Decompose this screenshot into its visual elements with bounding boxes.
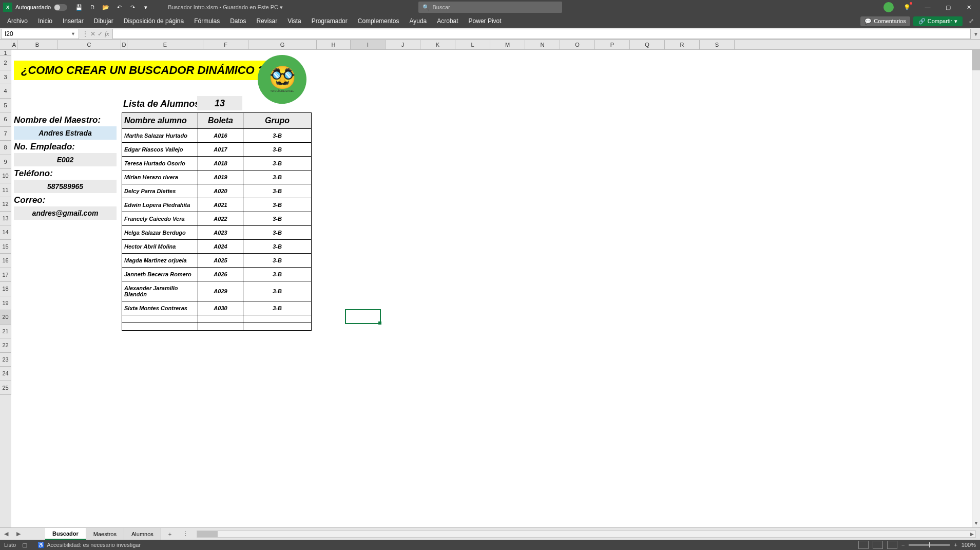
row-header-22[interactable]: 22 bbox=[0, 338, 11, 353]
cell-boleta[interactable] bbox=[198, 315, 243, 323]
cell-boleta[interactable]: A023 bbox=[198, 226, 243, 240]
fx-icon[interactable]: fx bbox=[105, 30, 109, 38]
user-avatar[interactable] bbox=[883, 2, 894, 12]
view-break-button[interactable] bbox=[887, 541, 897, 549]
cell-boleta[interactable]: A020 bbox=[198, 184, 243, 198]
cell-boleta[interactable]: A016 bbox=[198, 129, 243, 143]
cell-nombre[interactable]: Delcy Parra Diettes bbox=[122, 184, 198, 198]
col-header-B[interactable]: B bbox=[17, 40, 57, 49]
cell-nombre[interactable]: Hector Abril Molina bbox=[122, 240, 198, 254]
row-header-21[interactable]: 21 bbox=[0, 325, 11, 339]
col-header-M[interactable]: M bbox=[490, 40, 525, 49]
tab-options-icon[interactable]: ⋮ bbox=[179, 530, 193, 537]
row-header-1[interactable]: 1 bbox=[0, 50, 11, 56]
col-header-O[interactable]: O bbox=[560, 40, 595, 49]
maximize-button[interactable]: ▢ bbox=[941, 0, 955, 14]
cell-nombre[interactable]: Sixta Montes Contreras bbox=[122, 301, 198, 315]
col-header-P[interactable]: P bbox=[595, 40, 630, 49]
cell-nombre[interactable]: Alexander Jaramillo Blandón bbox=[122, 281, 198, 301]
sheet-tab-buscador[interactable]: Buscador bbox=[45, 528, 86, 540]
cell-boleta[interactable]: A019 bbox=[198, 170, 243, 184]
close-button[interactable]: ✕ bbox=[962, 0, 976, 14]
col-header-C[interactable]: C bbox=[57, 40, 121, 49]
row-header-16[interactable]: 16 bbox=[0, 254, 11, 268]
col-header-G[interactable]: G bbox=[248, 40, 317, 49]
row-header-5[interactable]: 5 bbox=[0, 99, 11, 113]
ribbon-tab-complementos[interactable]: Complementos bbox=[353, 14, 405, 28]
cell-nombre[interactable] bbox=[122, 323, 198, 331]
cell-grupo[interactable]: 3-B bbox=[243, 281, 312, 301]
scroll-thumb-v[interactable] bbox=[972, 50, 980, 70]
ribbon-tab-dibujar[interactable]: Dibujar bbox=[89, 14, 119, 28]
sheet-tab-alumnos[interactable]: Alumnos bbox=[124, 528, 161, 540]
row-header-20[interactable]: 20 bbox=[0, 310, 11, 325]
ribbon-tab-datos[interactable]: Datos bbox=[225, 14, 251, 28]
chevron-down-icon[interactable]: ▾ bbox=[280, 4, 283, 10]
cell-boleta[interactable]: A024 bbox=[198, 240, 243, 254]
col-header-F[interactable]: F bbox=[203, 40, 248, 49]
row-header-25[interactable]: 25 bbox=[0, 381, 11, 395]
cell-nombre[interactable]: Helga Salazar Berdugo bbox=[122, 226, 198, 240]
cell-boleta[interactable]: A026 bbox=[198, 268, 243, 281]
row-header-2[interactable]: 2 bbox=[0, 56, 11, 70]
expand-formula-icon[interactable]: ▼ bbox=[972, 31, 980, 37]
row-header-17[interactable]: 17 bbox=[0, 268, 11, 282]
qat-dropdown-icon[interactable]: ▾ bbox=[142, 3, 150, 11]
ideas-icon[interactable]: 💡 bbox=[900, 0, 914, 14]
accessibility-status[interactable]: ♿ Accesibilidad: es necesario investigar bbox=[37, 542, 141, 548]
cell-boleta[interactable]: A030 bbox=[198, 301, 243, 315]
cell-nombre[interactable]: Mirian Herazo rivera bbox=[122, 170, 198, 184]
col-header-R[interactable]: R bbox=[665, 40, 700, 49]
formula-input[interactable] bbox=[112, 29, 971, 39]
cell-grupo[interactable]: 3-B bbox=[243, 268, 312, 281]
cell-boleta[interactable]: A029 bbox=[198, 281, 243, 301]
cell-nombre[interactable]: Martha Salazar Hurtado bbox=[122, 129, 198, 143]
col-header-N[interactable]: N bbox=[525, 40, 560, 49]
row-header-11[interactable]: 11 bbox=[0, 183, 11, 198]
collapse-ribbon-button[interactable]: ⤢ bbox=[966, 16, 977, 26]
cell-grupo[interactable]: 3-B bbox=[243, 240, 312, 254]
row-header-7[interactable]: 7 bbox=[0, 127, 11, 141]
cell-grupo[interactable]: 3-B bbox=[243, 184, 312, 198]
row-header-9[interactable]: 9 bbox=[0, 155, 11, 169]
cell-grupo[interactable]: 3-B bbox=[243, 254, 312, 268]
cancel-formula-icon[interactable]: ✕ bbox=[90, 30, 95, 37]
ribbon-tab-programador[interactable]: Programador bbox=[306, 14, 353, 28]
cell-grupo[interactable]: 3-B bbox=[243, 157, 312, 170]
add-sheet-button[interactable]: + bbox=[161, 531, 179, 537]
cell-nombre[interactable]: Magda Martinez orjuela bbox=[122, 254, 198, 268]
tab-nav-next[interactable]: ▶ bbox=[12, 528, 25, 540]
row-header-15[interactable]: 15 bbox=[0, 240, 11, 254]
vertical-scrollbar[interactable]: ▲ ▼ bbox=[972, 50, 980, 527]
scroll-down-icon[interactable]: ▼ bbox=[972, 519, 980, 527]
col-header-L[interactable]: L bbox=[455, 40, 490, 49]
tab-nav-prev[interactable]: ◀ bbox=[0, 528, 12, 540]
select-all-button[interactable] bbox=[0, 40, 11, 49]
sheet-tab-maestros[interactable]: Maestros bbox=[86, 528, 124, 540]
cell-boleta[interactable]: A022 bbox=[198, 212, 243, 226]
save-icon[interactable]: 💾 bbox=[75, 3, 83, 11]
cell-grupo[interactable]: 3-B bbox=[243, 143, 312, 157]
zoom-value[interactable]: 100% bbox=[962, 542, 976, 548]
name-box[interactable]: I20 ▼ bbox=[1, 29, 79, 39]
cell-nombre[interactable]: Teresa Hurtado Osorio bbox=[122, 157, 198, 170]
zoom-in-button[interactable]: + bbox=[954, 542, 957, 548]
new-icon[interactable]: 🗋 bbox=[88, 3, 97, 11]
redo-icon[interactable]: ↷ bbox=[128, 3, 137, 11]
ribbon-tab-vista[interactable]: Vista bbox=[282, 14, 306, 28]
cell-grupo[interactable] bbox=[243, 323, 312, 331]
scroll-thumb-h[interactable] bbox=[197, 531, 218, 537]
ribbon-tab-insertar[interactable]: Insertar bbox=[57, 14, 89, 28]
col-header-S[interactable]: S bbox=[700, 40, 735, 49]
share-button[interactable]: 🔗 Compartir ▾ bbox=[913, 16, 963, 26]
cell-nombre[interactable]: Edwin Lopera Piedrahita bbox=[122, 198, 198, 212]
ribbon-tab-ayuda[interactable]: Ayuda bbox=[404, 14, 432, 28]
cell-nombre[interactable]: Janneth Becerra Romero bbox=[122, 268, 198, 281]
cell-grupo[interactable]: 3-B bbox=[243, 301, 312, 315]
row-header-14[interactable]: 14 bbox=[0, 225, 11, 240]
row-header-8[interactable]: 8 bbox=[0, 141, 11, 155]
zoom-slider[interactable] bbox=[909, 544, 950, 546]
ribbon-tab-acrobat[interactable]: Acrobat bbox=[432, 14, 463, 28]
cell-grupo[interactable]: 3-B bbox=[243, 129, 312, 143]
view-normal-button[interactable] bbox=[858, 541, 869, 549]
